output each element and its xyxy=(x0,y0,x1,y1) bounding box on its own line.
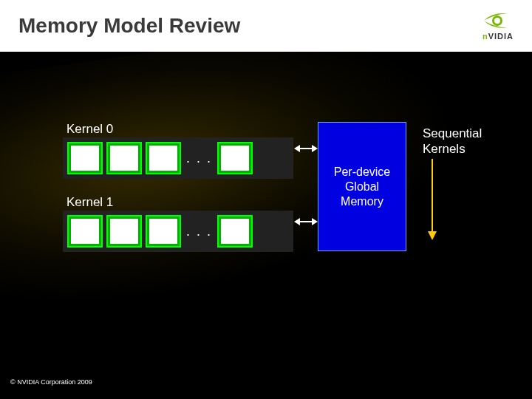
svg-marker-8 xyxy=(428,231,437,240)
thread-grid xyxy=(71,146,99,171)
double-arrow-icon xyxy=(294,214,318,229)
thread-grid xyxy=(110,219,138,244)
kernel-group-1: Kernel 1 . . . xyxy=(63,195,506,252)
thread-grid xyxy=(221,219,249,244)
thread-block xyxy=(106,142,142,174)
svg-marker-6 xyxy=(312,218,318,225)
diagram-stage: Kernel 0 . . . Kernel 1 . . . Per-device… xyxy=(63,122,506,252)
double-arrow-icon xyxy=(294,141,318,156)
thread-grid xyxy=(71,219,99,244)
kernel-box: . . . xyxy=(63,211,293,252)
down-arrow-icon xyxy=(425,159,440,240)
kernel-label: Kernel 1 xyxy=(66,195,506,210)
copyright-text: © NVIDIA Corporation 2009 xyxy=(10,378,92,386)
global-memory-label: Per-device Global Memory xyxy=(323,165,401,209)
thread-block xyxy=(146,215,181,248)
thread-block xyxy=(146,142,181,174)
nvidia-logo: nVIDIA xyxy=(482,11,514,41)
nvidia-eye-icon xyxy=(482,11,514,30)
thread-block xyxy=(217,142,253,174)
thread-grid xyxy=(149,219,177,244)
svg-marker-3 xyxy=(312,145,318,152)
slide-header: Memory Model Review nVIDIA xyxy=(0,0,532,52)
thread-grid xyxy=(110,146,138,171)
thread-block xyxy=(106,215,142,248)
thread-block xyxy=(217,215,253,248)
ellipsis: . . . xyxy=(185,151,214,166)
brand-suffix: VIDIA xyxy=(488,32,514,41)
thread-block xyxy=(67,215,103,248)
kernel-box: . . . xyxy=(63,137,293,179)
svg-marker-5 xyxy=(294,218,300,225)
svg-marker-2 xyxy=(294,145,300,152)
thread-grid xyxy=(221,146,249,171)
thread-block xyxy=(67,142,103,174)
ellipsis: . . . xyxy=(185,224,214,239)
nvidia-wordmark: nVIDIA xyxy=(482,32,514,41)
sequential-kernels-label: Sequential Kernels xyxy=(423,126,506,157)
svg-point-0 xyxy=(493,17,501,25)
brand-prefix: n xyxy=(482,32,488,41)
global-memory-box: Per-device Global Memory xyxy=(318,122,406,251)
thread-grid xyxy=(149,146,177,171)
slide-title: Memory Model Review xyxy=(18,14,240,38)
